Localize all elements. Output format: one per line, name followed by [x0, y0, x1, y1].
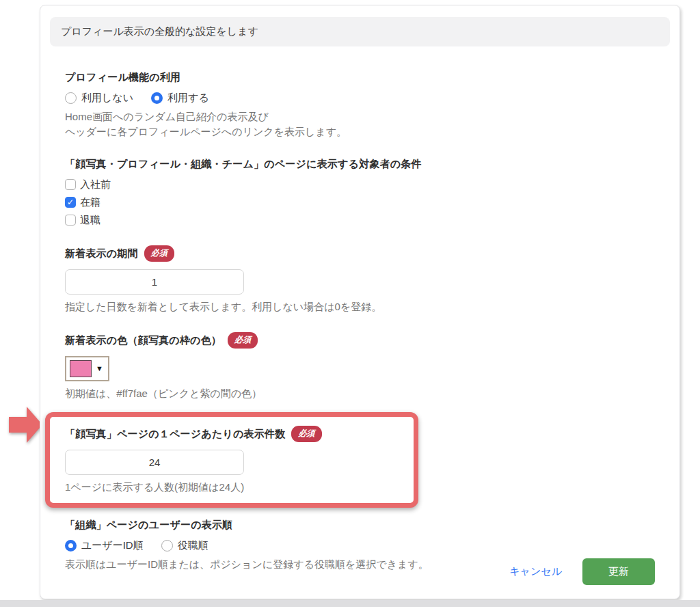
section-heading: 新着表示の期間 — [65, 247, 138, 259]
caret-down-icon: ▼ — [96, 365, 103, 372]
required-badge: 必須 — [291, 426, 321, 442]
radio-label: ユーザーID順 — [81, 539, 144, 552]
radio-label: 利用しない — [81, 92, 133, 105]
checkbox-label: 入社前 — [80, 178, 111, 191]
panel-description: プロフィール表示の全般的な設定をします — [50, 17, 670, 46]
radio-checked-icon[interactable] — [151, 92, 163, 104]
section-heading: 「顔写真・プロフィール・組織・チーム」のページに表示する対象者の条件 — [65, 158, 655, 171]
section-new-color: 新着表示の色（顔写真の枠の色）必須 ▼ 初期値は、#ff7fae（ピンクと紫の間… — [65, 332, 655, 401]
checkbox-option-before-joining[interactable]: 入社前 — [65, 178, 655, 191]
required-badge: 必須 — [144, 245, 174, 262]
new-period-help: 指定した日数を新着として表示します。利用しない場合は0を登録。 — [65, 299, 655, 314]
profile-feature-description: Home画面へのランダム自己紹介の表示及び ヘッダーに各プロフィールページへのリ… — [65, 109, 655, 139]
radio-option-position[interactable]: 役職順 — [161, 539, 208, 552]
cancel-link[interactable]: キャンセル — [509, 565, 562, 578]
new-period-input[interactable] — [65, 269, 244, 295]
checkbox-option-enrolled[interactable]: ✓ 在籍 — [65, 196, 655, 209]
page-bottom-strip — [0, 600, 700, 607]
radio-label: 役職順 — [178, 539, 208, 552]
color-swatch[interactable] — [70, 360, 92, 377]
checkbox-checked-icon[interactable]: ✓ — [65, 197, 76, 208]
radio-option-enable[interactable]: 利用する — [151, 92, 209, 105]
section-heading: プロフィール機能の利用 — [65, 71, 655, 84]
checkbox-unchecked-icon[interactable] — [65, 179, 76, 190]
radio-option-user-id[interactable]: ユーザーID順 — [65, 539, 144, 552]
checkbox-unchecked-icon[interactable] — [65, 215, 76, 226]
form-actions: キャンセル 更新 — [509, 558, 655, 585]
section-new-period: 新着表示の期間必須 指定した日数を新着として表示します。利用しない場合は0を登録… — [65, 245, 655, 314]
section-heading: 「組織」ページのユーザーの表示順 — [65, 519, 655, 532]
settings-panel: プロフィール表示の全般的な設定をします プロフィール機能の利用 利用しない 利用… — [40, 5, 680, 599]
per-page-help: 1ページに表示する人数(初期値は24人) — [65, 480, 400, 495]
radio-unchecked-icon[interactable] — [161, 540, 173, 551]
section-profile-feature: プロフィール機能の利用 利用しない 利用する Home画面へのランダム自己紹介の… — [65, 71, 655, 139]
radio-unchecked-icon[interactable] — [65, 92, 77, 104]
section-heading: 新着表示の色（顔写真の枠の色） — [65, 334, 221, 346]
required-badge: 必須 — [228, 332, 258, 349]
checkbox-label: 退職 — [80, 214, 100, 227]
per-page-input[interactable] — [65, 450, 244, 475]
section-per-page: 「顔写真」ページの１ページあたりの表示件数必須 1ページに表示する人数(初期値は… — [65, 426, 400, 495]
section-heading: 「顔写真」ページの１ページあたりの表示件数 — [65, 428, 285, 439]
new-color-help: 初期値は、#ff7fae（ピンクと紫の間の色） — [65, 386, 655, 401]
annotation-highlight-box: 「顔写真」ページの１ページあたりの表示件数必須 1ページに表示する人数(初期値は… — [45, 412, 418, 508]
color-picker[interactable]: ▼ — [65, 356, 109, 381]
annotation-arrow-icon — [9, 407, 42, 443]
section-target-condition: 「顔写真・プロフィール・組織・チーム」のページに表示する対象者の条件 入社前 ✓… — [65, 158, 655, 227]
checkbox-option-retired[interactable]: 退職 — [65, 214, 655, 227]
radio-label: 利用する — [167, 92, 209, 105]
radio-option-disable[interactable]: 利用しない — [65, 92, 133, 105]
panel-content: プロフィール機能の利用 利用しない 利用する Home画面へのランダム自己紹介の… — [40, 46, 679, 572]
checkbox-label: 在籍 — [80, 196, 100, 209]
radio-checked-icon[interactable] — [65, 540, 77, 551]
org-order-radio-group: ユーザーID順 役職順 — [65, 539, 655, 552]
update-button[interactable]: 更新 — [582, 558, 655, 585]
profile-feature-radio-group: 利用しない 利用する — [65, 92, 655, 105]
